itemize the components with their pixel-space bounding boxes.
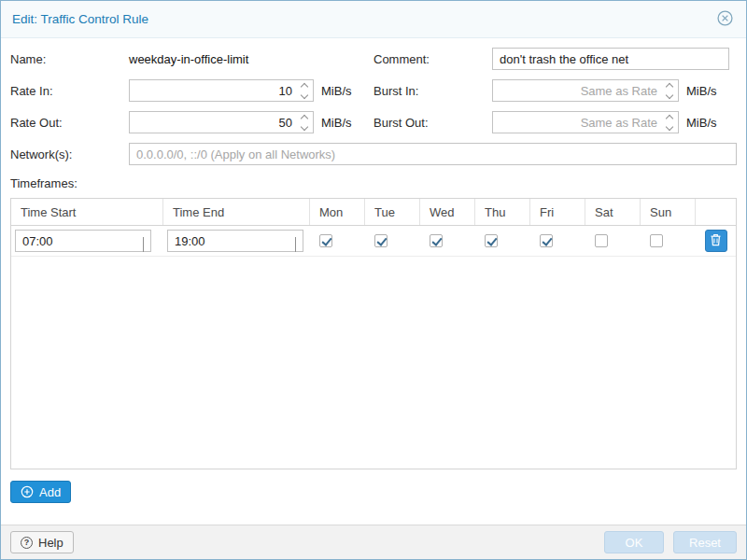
comment-row: Comment: xyxy=(374,48,737,70)
checkbox-sun[interactable] xyxy=(650,234,663,247)
reset-button[interactable]: Reset xyxy=(673,531,737,553)
name-value: weekday-in-office-limit xyxy=(129,52,248,66)
form-left-column: Name: weekday-in-office-limit Rate In: M… xyxy=(10,48,374,143)
dialog-footer: ? Help OK Reset xyxy=(1,525,746,559)
burst-out-label: Burst Out: xyxy=(374,116,492,130)
networks-row: Network(s): xyxy=(10,143,737,165)
time-end-combo xyxy=(167,230,303,252)
comment-input[interactable] xyxy=(492,48,729,70)
delete-row-button[interactable] xyxy=(705,230,727,252)
dialog-title: Edit: Traffic Control Rule xyxy=(12,12,148,26)
name-label: Name: xyxy=(10,52,129,66)
timeframes-label: Timeframes: xyxy=(10,176,737,190)
question-circle-icon: ? xyxy=(21,537,33,549)
checkbox-sat[interactable] xyxy=(595,234,608,247)
column-header-time-end[interactable]: Time End xyxy=(163,199,310,225)
rate-out-input[interactable] xyxy=(129,111,314,133)
spinner-down-icon xyxy=(666,91,673,98)
rate-out-label: Rate Out: xyxy=(10,116,129,130)
help-button[interactable]: ? Help xyxy=(10,531,74,553)
burst-in-label: Burst In: xyxy=(374,84,492,98)
rate-in-spinner[interactable] xyxy=(298,79,311,102)
burst-in-input[interactable] xyxy=(492,79,679,102)
form-right-column: Comment: Burst In: MiB/s Burst O xyxy=(374,48,737,143)
spinner-up-icon xyxy=(666,82,673,90)
trash-icon xyxy=(710,233,722,249)
add-button-label: Add xyxy=(39,485,61,499)
spinner-up-icon xyxy=(301,82,308,90)
checkbox-wed[interactable] xyxy=(430,234,443,247)
rate-out-unit: MiB/s xyxy=(321,116,352,130)
add-icon xyxy=(21,485,34,498)
column-header-actions xyxy=(696,199,736,225)
chevron-down-icon[interactable] xyxy=(143,237,144,251)
checkbox-thu[interactable] xyxy=(485,234,498,247)
time-start-combo xyxy=(15,230,151,252)
spinner-down-icon xyxy=(301,122,308,130)
edit-traffic-control-rule-dialog: Edit: Traffic Control Rule Name: weekday… xyxy=(0,0,747,560)
add-button[interactable]: Add xyxy=(10,481,71,503)
burst-out-row: Burst Out: MiB/s xyxy=(374,111,737,133)
burst-in-row: Burst In: MiB/s xyxy=(374,79,737,102)
checkbox-fri[interactable] xyxy=(540,234,553,247)
column-header-fri[interactable]: Fri xyxy=(530,199,585,225)
rate-in-input[interactable] xyxy=(129,79,314,102)
time-start-input[interactable] xyxy=(15,230,151,252)
rate-in-row: Rate In: MiB/s xyxy=(10,79,374,102)
column-header-tue[interactable]: Tue xyxy=(365,199,420,225)
comment-label: Comment: xyxy=(374,52,492,66)
chevron-down-icon[interactable] xyxy=(295,237,296,251)
table-header: Time Start Time End Mon Tue Wed Thu Fri … xyxy=(11,199,736,226)
burst-out-input[interactable] xyxy=(492,111,679,133)
burst-in-unit: MiB/s xyxy=(686,84,717,98)
networks-label: Network(s): xyxy=(10,147,129,161)
help-button-label: Help xyxy=(38,536,63,550)
column-header-thu[interactable]: Thu xyxy=(475,199,530,225)
burst-in-spinner[interactable] xyxy=(663,79,676,102)
checkbox-mon[interactable] xyxy=(319,234,332,247)
table-empty-area xyxy=(11,257,736,469)
close-button[interactable] xyxy=(715,8,735,31)
rate-in-unit: MiB/s xyxy=(321,84,352,98)
checkbox-tue[interactable] xyxy=(374,234,388,247)
footer-actions: OK Reset xyxy=(604,531,737,553)
ok-button[interactable]: OK xyxy=(604,531,664,553)
dialog-titlebar: Edit: Traffic Control Rule xyxy=(1,1,746,38)
table-row xyxy=(11,226,736,257)
column-header-sun[interactable]: Sun xyxy=(641,199,696,225)
spinner-down-icon xyxy=(666,122,673,130)
column-header-wed[interactable]: Wed xyxy=(420,199,475,225)
burst-out-spinner[interactable] xyxy=(663,111,676,133)
rate-out-row: Rate Out: MiB/s xyxy=(10,111,374,133)
rate-in-label: Rate In: xyxy=(10,84,129,98)
column-header-time-start[interactable]: Time Start xyxy=(11,199,163,225)
spinner-up-icon xyxy=(666,114,673,121)
time-end-input[interactable] xyxy=(167,230,303,252)
burst-out-unit: MiB/s xyxy=(686,116,717,130)
close-icon xyxy=(717,10,733,29)
column-header-mon[interactable]: Mon xyxy=(310,199,365,225)
name-row: Name: weekday-in-office-limit xyxy=(10,48,374,70)
dialog-content: Name: weekday-in-office-limit Rate In: M… xyxy=(1,38,746,525)
column-header-sat[interactable]: Sat xyxy=(585,199,641,225)
networks-input[interactable] xyxy=(129,143,737,165)
spinner-up-icon xyxy=(301,114,308,121)
timeframes-table: Time Start Time End Mon Tue Wed Thu Fri … xyxy=(10,198,737,469)
spinner-down-icon xyxy=(301,91,308,98)
rate-out-spinner[interactable] xyxy=(298,111,311,133)
